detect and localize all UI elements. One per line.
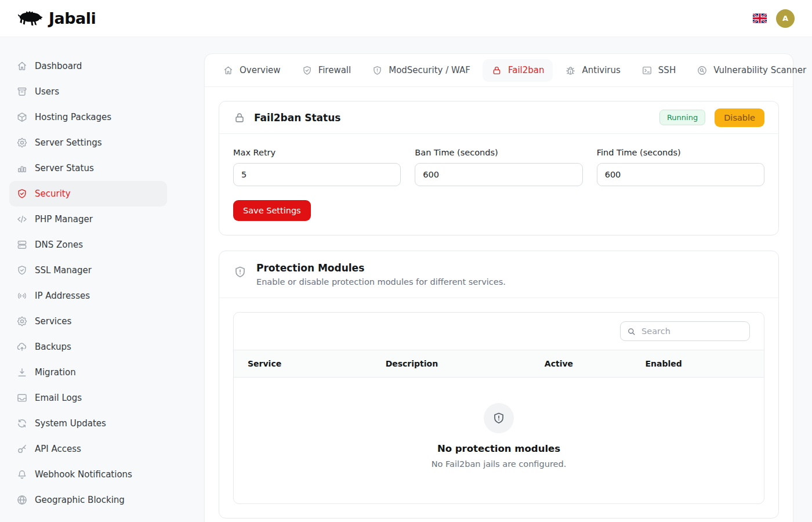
empty-state: No protection modules No Fail2ban jails …: [234, 378, 764, 503]
cloud-upload-icon: [16, 341, 28, 353]
sidebar-item-label: Services: [35, 316, 71, 327]
topbar-right: A: [753, 9, 795, 28]
shield-check-icon: [302, 65, 313, 76]
broadcast-icon: [16, 290, 28, 302]
sidebar-item-dashboard[interactable]: Dashboard: [9, 53, 167, 79]
sidebar-item-label: Hosting Packages: [35, 112, 111, 122]
sidebar-item-label: PHP Manager: [35, 214, 93, 224]
shield-check-icon: [16, 264, 28, 276]
tab-vulnerability-scanner[interactable]: Vulnerability Scanner: [688, 59, 812, 82]
fail2ban-status-card: Fail2ban Status Running Disable Max Retr…: [219, 101, 779, 235]
sidebar-item-php-manager[interactable]: PHP Manager: [9, 206, 167, 232]
globe-icon: [16, 494, 28, 506]
empty-state-title: No protection modules: [437, 443, 560, 454]
sidebar-item-users[interactable]: Users: [9, 79, 167, 104]
tab-ssh[interactable]: SSH: [633, 59, 684, 82]
sidebar-item-webhook-notifications[interactable]: Webhook Notifications: [9, 462, 167, 487]
sidebar-item-label: Dashboard: [35, 61, 82, 71]
header-actions: Running Disable: [659, 108, 764, 127]
status-badge: Running: [659, 110, 705, 125]
sidebar-item-label: Backups: [35, 342, 71, 352]
home-icon: [16, 60, 28, 72]
sidebar-item-label: Server Status: [35, 163, 94, 173]
sidebar-item-ssl-manager[interactable]: SSL Manager: [9, 258, 167, 283]
package-icon: [16, 111, 28, 123]
ban-time-label: Ban Time (seconds): [415, 148, 582, 157]
gear-icon: [16, 137, 28, 148]
avatar[interactable]: A: [776, 9, 795, 28]
tab-modsecurity-waf[interactable]: ModSecurity / WAF: [363, 59, 479, 82]
tab-panel-fail2ban: Fail2ban Status Running Disable Max Retr…: [205, 87, 793, 522]
sidebar-item-label: Security: [35, 188, 71, 199]
sidebar-item-system-updates[interactable]: System Updates: [9, 411, 167, 436]
modules-table-card: Service Description Active Enabled No pr…: [233, 312, 764, 504]
sidebar-item-ip-addresses[interactable]: IP Addresses: [9, 283, 167, 309]
column-header-description: Description: [372, 350, 531, 377]
save-settings-button[interactable]: Save Settings: [233, 200, 311, 221]
sidebar-item-dns-zones[interactable]: DNS Zones: [9, 232, 167, 258]
bug-icon: [565, 65, 576, 76]
sidebar-item-label: Migration: [35, 367, 76, 378]
refresh-icon: [16, 418, 28, 429]
lock-icon: [491, 65, 502, 76]
shield-alert-icon: [492, 411, 506, 425]
sidebar-item-label: API Access: [35, 444, 81, 454]
table-toolbar: [234, 313, 764, 350]
disable-button[interactable]: Disable: [715, 108, 764, 127]
empty-state-icon-circle: [484, 403, 514, 433]
max-retry-input[interactable]: [233, 163, 401, 186]
sidebar-item-backups[interactable]: Backups: [9, 334, 167, 360]
protection-modules-body: Service Description Active Enabled No pr…: [219, 298, 778, 518]
tab-label: Firewall: [318, 65, 351, 75]
find-time-input[interactable]: [597, 163, 764, 186]
download-icon: [16, 367, 28, 378]
ban-time-input[interactable]: [415, 163, 582, 186]
sidebar-item-label: Users: [35, 86, 59, 97]
search-input[interactable]: [620, 321, 750, 341]
main-content: Security Center Overview Firewall ModSec…: [176, 0, 812, 522]
sidebar-item-api-access[interactable]: API Access: [9, 436, 167, 462]
sidebar-item-server-settings[interactable]: Server Settings: [9, 130, 167, 155]
bell-icon: [16, 469, 28, 480]
sidebar-item-services[interactable]: Services: [9, 309, 167, 334]
sidebar-item-geographic-blocking[interactable]: Geographic Blocking: [9, 487, 167, 513]
bar-chart-icon: [16, 162, 28, 174]
fail2ban-status-header: Fail2ban Status Running Disable: [219, 102, 778, 134]
topbar: Jabali A: [0, 0, 812, 37]
search-icon: [626, 327, 636, 336]
tab-label: ModSecurity / WAF: [389, 65, 470, 75]
tab-firewall[interactable]: Firewall: [293, 59, 360, 82]
lock-icon: [233, 111, 246, 124]
sidebar-item-server-status[interactable]: Server Status: [9, 155, 167, 181]
column-header-active: Active: [531, 350, 632, 377]
section-subtitle: Enable or disable protection modules for…: [256, 277, 506, 287]
sidebar-item-hosting-packages[interactable]: Hosting Packages: [9, 104, 167, 130]
sidebar-item-label: DNS Zones: [35, 240, 83, 250]
brand-logo[interactable]: Jabali: [15, 8, 96, 29]
ban-time-field: Ban Time (seconds): [415, 148, 582, 186]
max-retry-label: Max Retry: [233, 148, 401, 157]
tab-label: SSH: [658, 65, 676, 75]
sidebar-item-email-logs[interactable]: Email Logs: [9, 385, 167, 411]
sidebar-item-security[interactable]: Security: [9, 181, 167, 206]
shield-alert-icon: [372, 65, 383, 76]
sidebar-item-migration[interactable]: Migration: [9, 360, 167, 385]
fail2ban-settings-form: Max Retry Ban Time (seconds) Find Time (…: [219, 134, 778, 186]
table-header-row: Service Description Active Enabled: [234, 350, 764, 378]
sidebar-item-label: System Updates: [35, 418, 106, 429]
tab-label: Antivirus: [582, 65, 620, 75]
tab-fail2ban[interactable]: Fail2ban: [483, 59, 553, 82]
protection-modules-heading: Protection Modules Enable or disable pro…: [256, 262, 506, 287]
tab-antivirus[interactable]: Antivirus: [556, 59, 629, 82]
security-tabs: Overview Firewall ModSecurity / WAF Fail…: [205, 54, 793, 87]
card-title: Fail2ban Status: [254, 112, 340, 124]
protection-modules-card: Protection Modules Enable or disable pro…: [219, 251, 779, 519]
terminal-icon: [641, 65, 652, 76]
gear-icon: [16, 316, 28, 327]
uk-flag-icon[interactable]: [753, 13, 767, 23]
shield-alert-icon: [233, 265, 247, 279]
tab-overview[interactable]: Overview: [214, 59, 289, 82]
sidebar-item-label: Email Logs: [35, 393, 82, 403]
tab-label: Vulnerability Scanner: [713, 65, 806, 75]
protection-modules-header: Protection Modules Enable or disable pro…: [219, 251, 778, 298]
